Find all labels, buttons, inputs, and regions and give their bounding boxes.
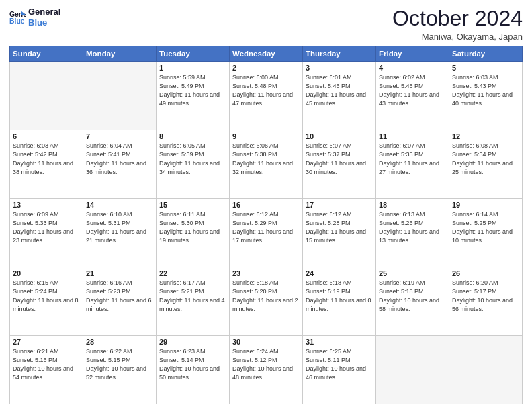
day-number: 24 [306,269,373,277]
day-info: Sunrise: 6:24 AM Sunset: 5:12 PM Dayligh… [232,347,300,382]
calendar-cell: 21Sunrise: 6:16 AM Sunset: 5:23 PM Dayli… [83,267,157,336]
calendar-cell: 28Sunrise: 6:22 AM Sunset: 5:15 PM Dayli… [83,336,157,404]
day-number: 5 [452,64,519,72]
calendar-cell: 31Sunrise: 6:25 AM Sunset: 5:11 PM Dayli… [303,336,376,404]
day-info: Sunrise: 6:06 AM Sunset: 5:38 PM Dayligh… [232,142,300,177]
day-number: 18 [379,201,446,209]
day-info: Sunrise: 6:15 AM Sunset: 5:24 PM Dayligh… [13,279,80,314]
col-header-tuesday: Tuesday [157,46,230,62]
day-info: Sunrise: 6:04 AM Sunset: 5:41 PM Dayligh… [86,142,153,177]
calendar-cell: 11Sunrise: 6:07 AM Sunset: 5:35 PM Dayli… [376,130,449,199]
calendar-cell: 6Sunrise: 6:03 AM Sunset: 5:42 PM Daylig… [10,130,83,199]
col-header-saturday: Saturday [449,46,523,62]
day-info: Sunrise: 6:17 AM Sunset: 5:21 PM Dayligh… [159,279,226,314]
calendar-cell: 13Sunrise: 6:09 AM Sunset: 5:33 PM Dayli… [10,199,83,267]
logo-blue: Blue [28,17,60,28]
calendar-cell: 22Sunrise: 6:17 AM Sunset: 5:21 PM Dayli… [157,267,230,336]
calendar-cell: 1Sunrise: 5:59 AM Sunset: 5:49 PM Daylig… [157,62,230,130]
calendar-cell: 7Sunrise: 6:04 AM Sunset: 5:41 PM Daylig… [83,130,157,199]
day-info: Sunrise: 6:18 AM Sunset: 5:20 PM Dayligh… [232,279,300,314]
day-info: Sunrise: 6:25 AM Sunset: 5:11 PM Dayligh… [306,347,373,382]
calendar-cell: 17Sunrise: 6:12 AM Sunset: 5:28 PM Dayli… [303,199,376,267]
day-info: Sunrise: 6:05 AM Sunset: 5:39 PM Dayligh… [159,142,226,177]
day-info: Sunrise: 6:08 AM Sunset: 5:34 PM Dayligh… [452,142,519,177]
calendar-cell: 2Sunrise: 6:00 AM Sunset: 5:48 PM Daylig… [230,62,303,130]
title-block: October 2024 Maniwa, Okayama, Japan [392,7,523,42]
day-number: 9 [232,132,300,140]
day-number: 6 [13,132,80,140]
calendar-cell: 5Sunrise: 6:03 AM Sunset: 5:43 PM Daylig… [449,62,523,130]
calendar-cell [83,62,157,130]
day-number: 15 [159,201,226,209]
day-info: Sunrise: 6:19 AM Sunset: 5:18 PM Dayligh… [379,279,446,314]
calendar-cell: 16Sunrise: 6:12 AM Sunset: 5:29 PM Dayli… [230,199,303,267]
day-info: Sunrise: 6:00 AM Sunset: 5:48 PM Dayligh… [232,73,300,108]
day-info: Sunrise: 6:13 AM Sunset: 5:26 PM Dayligh… [379,210,446,245]
calendar-cell: 3Sunrise: 6:01 AM Sunset: 5:46 PM Daylig… [303,62,376,130]
calendar-header-row: SundayMondayTuesdayWednesdayThursdayFrid… [10,46,523,62]
header: General Blue General Blue October 2024 M… [9,7,523,42]
calendar-week-2: 13Sunrise: 6:09 AM Sunset: 5:33 PM Dayli… [10,199,523,267]
calendar-cell [376,336,449,404]
day-info: Sunrise: 5:59 AM Sunset: 5:49 PM Dayligh… [159,73,226,108]
page: General Blue General Blue October 2024 M… [0,0,532,411]
calendar-cell: 26Sunrise: 6:20 AM Sunset: 5:17 PM Dayli… [449,267,523,336]
calendar-cell: 8Sunrise: 6:05 AM Sunset: 5:39 PM Daylig… [157,130,230,199]
day-number: 20 [13,269,80,277]
day-number: 1 [159,64,226,72]
day-info: Sunrise: 6:10 AM Sunset: 5:31 PM Dayligh… [86,210,153,245]
calendar-week-3: 20Sunrise: 6:15 AM Sunset: 5:24 PM Dayli… [10,267,523,336]
day-number: 21 [86,269,153,277]
calendar-week-4: 27Sunrise: 6:21 AM Sunset: 5:16 PM Dayli… [10,336,523,404]
location: Maniwa, Okayama, Japan [392,32,523,42]
day-number: 31 [306,338,373,346]
day-number: 28 [86,338,153,346]
day-info: Sunrise: 6:23 AM Sunset: 5:14 PM Dayligh… [159,347,226,382]
logo: General Blue General Blue [9,7,60,28]
day-info: Sunrise: 6:02 AM Sunset: 5:45 PM Dayligh… [379,73,446,108]
day-number: 30 [232,338,300,346]
day-number: 23 [232,269,300,277]
day-info: Sunrise: 6:03 AM Sunset: 5:42 PM Dayligh… [13,142,80,177]
day-number: 22 [159,269,226,277]
calendar-cell: 27Sunrise: 6:21 AM Sunset: 5:16 PM Dayli… [10,336,83,404]
calendar-week-0: 1Sunrise: 5:59 AM Sunset: 5:49 PM Daylig… [10,62,523,130]
day-info: Sunrise: 6:20 AM Sunset: 5:17 PM Dayligh… [452,279,519,314]
calendar-cell: 29Sunrise: 6:23 AM Sunset: 5:14 PM Dayli… [157,336,230,404]
col-header-thursday: Thursday [303,46,376,62]
day-number: 4 [379,64,446,72]
logo-general: General [28,7,60,17]
day-number: 10 [306,132,373,140]
day-info: Sunrise: 6:11 AM Sunset: 5:30 PM Dayligh… [159,210,226,245]
calendar-cell: 24Sunrise: 6:18 AM Sunset: 5:19 PM Dayli… [303,267,376,336]
col-header-friday: Friday [376,46,449,62]
day-number: 3 [306,64,373,72]
day-number: 19 [452,201,519,209]
calendar-cell: 19Sunrise: 6:14 AM Sunset: 5:25 PM Dayli… [449,199,523,267]
calendar-cell: 30Sunrise: 6:24 AM Sunset: 5:12 PM Dayli… [230,336,303,404]
calendar-table: SundayMondayTuesdayWednesdayThursdayFrid… [9,46,523,404]
calendar-week-1: 6Sunrise: 6:03 AM Sunset: 5:42 PM Daylig… [10,130,523,199]
day-info: Sunrise: 6:14 AM Sunset: 5:25 PM Dayligh… [452,210,519,245]
day-info: Sunrise: 6:12 AM Sunset: 5:29 PM Dayligh… [232,210,300,245]
day-info: Sunrise: 6:18 AM Sunset: 5:19 PM Dayligh… [306,279,373,314]
calendar-cell [449,336,523,404]
calendar-cell: 25Sunrise: 6:19 AM Sunset: 5:18 PM Dayli… [376,267,449,336]
logo-icon: General Blue [9,9,26,26]
day-number: 12 [452,132,519,140]
calendar-cell: 20Sunrise: 6:15 AM Sunset: 5:24 PM Dayli… [10,267,83,336]
calendar-cell: 12Sunrise: 6:08 AM Sunset: 5:34 PM Dayli… [449,130,523,199]
calendar-cell [10,62,83,130]
day-info: Sunrise: 6:07 AM Sunset: 5:37 PM Dayligh… [306,142,373,177]
day-info: Sunrise: 6:21 AM Sunset: 5:16 PM Dayligh… [13,347,80,382]
day-number: 25 [379,269,446,277]
day-info: Sunrise: 6:12 AM Sunset: 5:28 PM Dayligh… [306,210,373,245]
day-info: Sunrise: 6:07 AM Sunset: 5:35 PM Dayligh… [379,142,446,177]
day-number: 8 [159,132,226,140]
calendar-cell: 18Sunrise: 6:13 AM Sunset: 5:26 PM Dayli… [376,199,449,267]
day-number: 13 [13,201,80,209]
day-info: Sunrise: 6:22 AM Sunset: 5:15 PM Dayligh… [86,347,153,382]
col-header-monday: Monday [83,46,157,62]
col-header-sunday: Sunday [10,46,83,62]
calendar-cell: 15Sunrise: 6:11 AM Sunset: 5:30 PM Dayli… [157,199,230,267]
